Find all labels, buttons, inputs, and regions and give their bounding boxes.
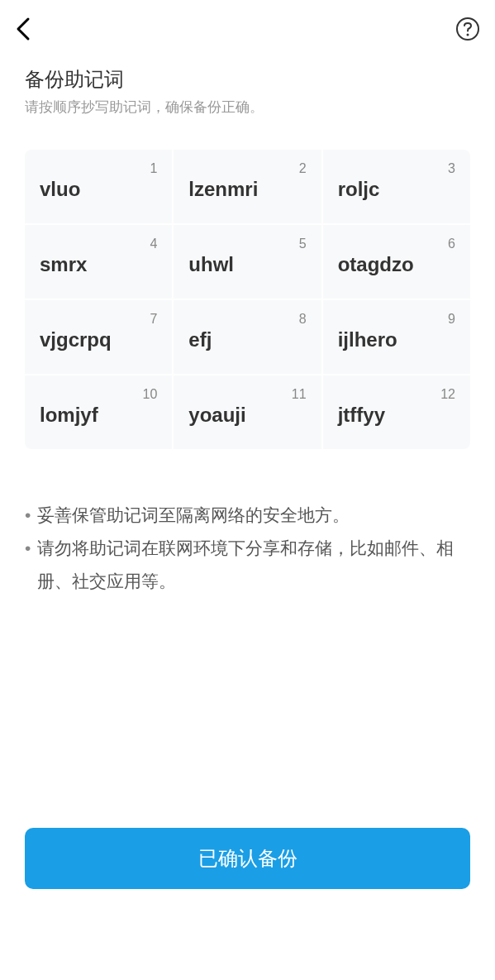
- mnemonic-index: 3: [338, 161, 455, 176]
- help-icon: [455, 17, 480, 41]
- mnemonic-index: 2: [188, 161, 306, 176]
- chevron-left-icon: [15, 16, 31, 42]
- header: [0, 0, 495, 58]
- mnemonic-index: 7: [40, 312, 157, 327]
- mnemonic-word: efj: [188, 328, 306, 351]
- tip-text: 请勿将助记词在联网环境下分享和存储，比如邮件、相册、社交应用等。: [37, 532, 470, 598]
- mnemonic-index: 6: [338, 237, 455, 251]
- mnemonic-word: roljc: [338, 178, 455, 201]
- mnemonic-cell: 2 lzenmri: [174, 150, 321, 223]
- mnemonic-index: 12: [338, 387, 455, 402]
- mnemonic-index: 9: [338, 312, 455, 327]
- mnemonic-word: ijlhero: [338, 328, 455, 351]
- mnemonic-word: vluo: [40, 178, 157, 201]
- mnemonic-cell: 1 vluo: [25, 150, 172, 223]
- tip-item: • 妥善保管助记词至隔离网络的安全地方。: [25, 499, 470, 532]
- mnemonic-word: yoauji: [188, 404, 306, 427]
- confirm-backup-button[interactable]: 已确认备份: [25, 828, 470, 889]
- bullet-icon: •: [25, 532, 31, 565]
- mnemonic-index: 10: [40, 387, 157, 402]
- mnemonic-index: 8: [188, 312, 306, 327]
- help-button[interactable]: [455, 17, 480, 41]
- mnemonic-word: vjgcrpq: [40, 328, 157, 351]
- mnemonic-index: 4: [40, 237, 157, 251]
- svg-point-1: [467, 34, 469, 36]
- mnemonic-word: lzenmri: [188, 178, 306, 201]
- page-title: 备份助记词: [25, 66, 470, 93]
- mnemonic-cell: 5 uhwl: [174, 225, 321, 299]
- mnemonic-index: 1: [40, 161, 157, 176]
- tips-section: • 妥善保管助记词至隔离网络的安全地方。 • 请勿将助记词在联网环境下分享和存储…: [25, 499, 470, 598]
- mnemonic-index: 5: [188, 237, 306, 251]
- mnemonic-word: smrx: [40, 253, 157, 276]
- mnemonic-cell: 7 vjgcrpq: [25, 300, 172, 374]
- tip-text: 妥善保管助记词至隔离网络的安全地方。: [37, 499, 470, 532]
- mnemonic-word: jtffyy: [338, 404, 455, 427]
- mnemonic-cell: 6 otagdzo: [323, 225, 470, 299]
- tip-item: • 请勿将助记词在联网环境下分享和存储，比如邮件、相册、社交应用等。: [25, 532, 470, 598]
- mnemonic-word: uhwl: [188, 253, 306, 276]
- mnemonic-cell: 3 roljc: [323, 150, 470, 223]
- bullet-icon: •: [25, 499, 31, 532]
- mnemonic-cell: 4 smrx: [25, 225, 172, 299]
- content: 备份助记词 请按顺序抄写助记词，确保备份正确。 1 vluo 2 lzenmri…: [0, 58, 495, 598]
- back-button[interactable]: [15, 16, 31, 42]
- mnemonic-cell: 12 jtffyy: [323, 375, 470, 449]
- mnemonic-cell: 8 efj: [174, 300, 321, 374]
- mnemonic-index: 11: [188, 387, 306, 402]
- mnemonic-grid: 1 vluo 2 lzenmri 3 roljc 4 smrx 5 uhwl 6…: [25, 150, 470, 449]
- page-subtitle: 请按顺序抄写助记词，确保备份正确。: [25, 98, 470, 117]
- mnemonic-cell: 10 lomjyf: [25, 375, 172, 449]
- mnemonic-cell: 9 ijlhero: [323, 300, 470, 374]
- mnemonic-word: lomjyf: [40, 404, 157, 427]
- mnemonic-word: otagdzo: [338, 253, 455, 276]
- mnemonic-cell: 11 yoauji: [174, 375, 321, 449]
